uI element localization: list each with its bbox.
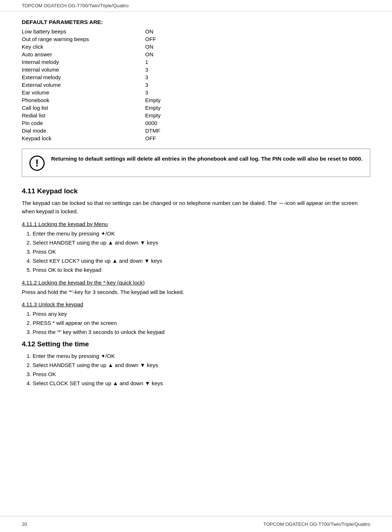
params-row-label: Phonebook (22, 97, 145, 103)
params-row-value: OFF (145, 36, 156, 42)
list-item: Press OK to lock the keypad (33, 266, 370, 274)
params-row-value: Empty (145, 97, 161, 103)
list-item: Select HANDSET using the up ▲ and down ▼… (33, 361, 370, 370)
params-row-value: 0000 (145, 120, 157, 126)
params-row-label: Keypad lock (22, 135, 145, 141)
params-row-value: ON (145, 44, 154, 50)
params-row-value: 1 (145, 59, 148, 65)
params-row-label: Call log list (22, 105, 145, 111)
params-row: Key clickON (22, 43, 370, 51)
params-row: Dial modeDTMF (22, 127, 370, 134)
params-row-value: 3 (145, 89, 148, 96)
params-row-label: Internal volume (22, 66, 145, 73)
params-row-value: Empty (145, 105, 161, 111)
params-row-value: DTMF (145, 128, 160, 134)
subsection-4112-body: Press and hold the '*'-key for 3 seconds… (22, 288, 370, 296)
params-row-value: 3 (145, 74, 148, 80)
list-item: Press OK (33, 370, 370, 379)
list-item: Select KEY LOCK? using the up ▲ and down… (33, 257, 370, 265)
params-row-label: External volume (22, 82, 145, 88)
section-411: 4.11 Keypad lock The keypad can be locke… (22, 187, 370, 336)
header-text: TOPCOM OGATECH OG-T700/Twin/Triple/Quatt… (22, 3, 129, 8)
warning-box: ! Returning to default settings will del… (22, 149, 370, 177)
footer-page-number: 20 (22, 521, 27, 527)
footer-brand: TOPCOM OGATECH OG-T700/Twin/Triple/Quatt… (264, 521, 371, 527)
steps-412: Enter the menu by pressing ✦/OKSelect HA… (33, 352, 370, 388)
params-row-label: Redial list (22, 112, 145, 118)
params-row: External volume3 (22, 81, 370, 89)
list-item: Select HANDSET using the up ▲ and down ▼… (33, 238, 370, 247)
params-row: Out of range warning beepsOFF (22, 35, 370, 43)
params-row: Keypad lockOFF (22, 134, 370, 142)
list-item: Enter the menu by pressing ✦/OK (33, 352, 370, 360)
params-row-label: External melody (22, 74, 145, 80)
footer-bar: 20 TOPCOM OGATECH OG-T700/Twin/Triple/Qu… (0, 516, 392, 532)
params-row-value: ON (145, 51, 154, 57)
params-row-label: Low battery beeps (22, 28, 145, 35)
params-row: Redial listEmpty (22, 112, 370, 119)
params-row: Low battery beepsON (22, 28, 370, 35)
params-row: Pin code0000 (22, 119, 370, 127)
params-row-value: ON (145, 28, 154, 35)
params-rows: Low battery beepsONOut of range warning … (22, 28, 370, 142)
page-container: TOPCOM OGATECH OG-T700/Twin/Triple/Quatt… (0, 0, 392, 532)
params-row: Auto answerON (22, 51, 370, 58)
params-row-label: Out of range warning beeps (22, 36, 145, 42)
default-params-title: DEFAULT PARAMETERS ARE: (22, 19, 370, 25)
params-row-value: 3 (145, 66, 148, 73)
params-row-label: Key click (22, 44, 145, 50)
subsection-4112-title: 4.11.2 Locking the keypad by the *-key (… (22, 279, 370, 286)
params-row-value: 3 (145, 82, 148, 88)
list-item: Enter the menu by pressing ✦/OK (33, 229, 370, 238)
section-411-intro: The keypad can be locked so that no sett… (22, 199, 370, 216)
params-row-value: OFF (145, 135, 156, 141)
params-row-label: Internal melody (22, 59, 145, 65)
list-item: PRESS * will appear on the screen (33, 319, 370, 327)
params-row-label: Dial mode (22, 128, 145, 134)
section-412: 4.12 Setting the time Enter the menu by … (22, 340, 370, 388)
params-row-label: Ear volume (22, 89, 145, 96)
params-row: Internal melody1 (22, 58, 370, 66)
params-row-label: Pin code (22, 120, 145, 126)
params-row: External melody3 (22, 73, 370, 81)
params-row: PhonebookEmpty (22, 96, 370, 104)
list-item: Press the '*' key within 3 seconds to un… (33, 328, 370, 336)
list-item: Press any key (33, 310, 370, 318)
main-content: DEFAULT PARAMETERS ARE: Low battery beep… (0, 12, 392, 413)
steps-4111: Enter the menu by pressing ✦/OKSelect HA… (33, 229, 370, 274)
section-412-title: 4.12 Setting the time (22, 340, 370, 348)
params-row-value: Empty (145, 112, 161, 118)
subsection-4113-title: 4.11.3 Unlock the keypad (22, 301, 370, 307)
section-411-title: 4.11 Keypad lock (22, 187, 370, 195)
params-row: Internal volume3 (22, 66, 370, 73)
subsection-4111-title: 4.11.1 Locking the keypad by Menu (22, 221, 370, 227)
params-row-label: Auto answer (22, 51, 145, 57)
params-row: Call log listEmpty (22, 104, 370, 112)
steps-4113: Press any keyPRESS * will appear on the … (33, 310, 370, 336)
warning-icon: ! (29, 156, 45, 171)
header-bar: TOPCOM OGATECH OG-T700/Twin/Triple/Quatt… (0, 0, 392, 12)
list-item: Select CLOCK SET using the up ▲ and down… (33, 379, 370, 388)
default-params-section: DEFAULT PARAMETERS ARE: Low battery beep… (22, 19, 370, 142)
warning-text: Returning to default settings will delet… (51, 155, 363, 163)
params-row: Ear volume3 (22, 89, 370, 96)
list-item: Press OK (33, 247, 370, 256)
